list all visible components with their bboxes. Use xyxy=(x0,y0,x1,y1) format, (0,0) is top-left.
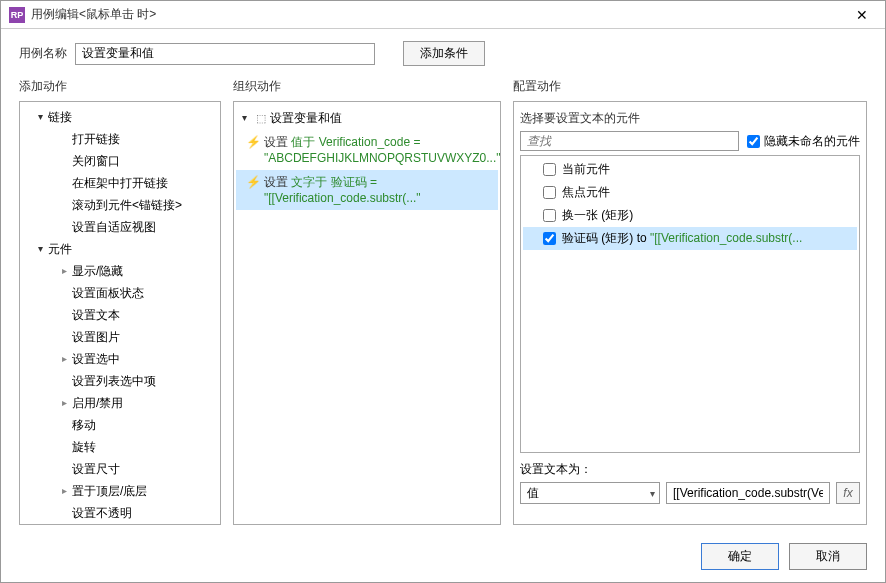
tree-item-label: 设置选中 xyxy=(72,350,120,368)
widget-checkbox[interactable] xyxy=(543,209,556,222)
tree-item-label: 设置图片 xyxy=(72,328,120,346)
tree-group-widgets[interactable]: 元件 xyxy=(22,238,218,260)
tree-arrow-icon xyxy=(62,262,72,280)
tree-item-label: 设置面板状态 xyxy=(72,284,144,302)
widget-list-item[interactable]: 验证码 (矩形) to "[[Verification_code.substr(… xyxy=(523,227,857,250)
widget-list-item[interactable]: 换一张 (矩形) xyxy=(523,204,857,227)
tree-arrow-icon xyxy=(38,108,48,126)
tree-item-link[interactable]: 滚动到元件<锚链接> xyxy=(22,194,218,216)
dropdown-value: 值 xyxy=(527,485,539,502)
add-condition-button[interactable]: 添加条件 xyxy=(403,41,485,66)
tree-item-label: 设置尺寸 xyxy=(72,460,120,478)
hide-unnamed-checkbox[interactable] xyxy=(747,135,760,148)
case-name-label: 用例名称 xyxy=(19,45,67,62)
set-text-label: 设置文本为： xyxy=(520,461,860,478)
tree-item-label: 启用/禁用 xyxy=(72,394,123,412)
set-text-value-input[interactable] xyxy=(666,482,830,504)
tree-item-widget[interactable]: 旋转 xyxy=(22,436,218,458)
case-editor-dialog: RP 用例编辑<鼠标单击 时> ✕ 用例名称 添加条件 添加动作 链接打开链接关… xyxy=(0,0,886,583)
tree-item-label: 在框架中打开链接 xyxy=(72,174,168,192)
hide-unnamed-label[interactable]: 隐藏未命名的元件 xyxy=(764,133,860,150)
ok-button[interactable]: 确定 xyxy=(701,543,779,570)
tree-item-widget[interactable]: 移动 xyxy=(22,414,218,436)
tree-item-label: 显示/隐藏 xyxy=(72,262,123,280)
tree-item-link[interactable]: 打开链接 xyxy=(22,128,218,150)
select-widget-label: 选择要设置文本的元件 xyxy=(520,108,860,131)
bolt-icon: ⚡ xyxy=(246,134,261,150)
tree-item-label: 设置列表选中项 xyxy=(72,372,156,390)
tree-arrow-icon xyxy=(38,240,48,258)
add-action-title: 添加动作 xyxy=(19,78,221,101)
organize-root[interactable]: ⬚设置变量和值 xyxy=(236,106,498,130)
tree-item-link[interactable]: 在框架中打开链接 xyxy=(22,172,218,194)
tree-group-links[interactable]: 链接 xyxy=(22,106,218,128)
widget-label: 换一张 (矩形) xyxy=(562,207,633,224)
widget-checkbox[interactable] xyxy=(543,232,556,245)
widget-search-input[interactable] xyxy=(520,131,739,151)
tree-item-widget[interactable]: 设置面板状态 xyxy=(22,282,218,304)
tree-item-widget[interactable]: 设置不透明 xyxy=(22,502,218,524)
app-icon: RP xyxy=(9,7,25,23)
configure-action-title: 配置动作 xyxy=(513,78,867,101)
tree-item-label: 置于顶层/底层 xyxy=(72,482,147,500)
case-name-input[interactable] xyxy=(75,43,375,65)
case-icon: ⬚ xyxy=(256,110,266,126)
configure-action-column: 配置动作 选择要设置文本的元件 隐藏未命名的元件 当前元件焦点元件换一张 (矩形… xyxy=(513,78,867,525)
set-text-type-dropdown[interactable]: 值 ▾ xyxy=(520,482,660,504)
tree-item-widget[interactable]: 启用/禁用 xyxy=(22,392,218,414)
case-name-row: 用例名称 添加条件 xyxy=(1,29,885,78)
action-tree[interactable]: 链接打开链接关闭窗口在框架中打开链接滚动到元件<锚链接>设置自适应视图元件显示/… xyxy=(19,101,221,525)
tree-item-label: 滚动到元件<锚链接> xyxy=(72,196,182,214)
close-button[interactable]: ✕ xyxy=(847,5,877,25)
widget-list-item[interactable]: 焦点元件 xyxy=(523,181,857,204)
tree-item-label: 设置不透明 xyxy=(72,504,132,522)
tree-item-widget[interactable]: 设置尺寸 xyxy=(22,458,218,480)
cancel-button[interactable]: 取消 xyxy=(789,543,867,570)
main-columns: 添加动作 链接打开链接关闭窗口在框架中打开链接滚动到元件<锚链接>设置自适应视图… xyxy=(1,78,885,535)
tree-item-label: 设置文本 xyxy=(72,306,120,324)
widget-checkbox[interactable] xyxy=(543,186,556,199)
tree-item-widget[interactable]: 置于顶层/底层 xyxy=(22,480,218,502)
organize-action-column: 组织动作 ⬚设置变量和值⚡设置 值于 Verification_code ="A… xyxy=(233,78,501,525)
tree-item-label: 旋转 xyxy=(72,438,96,456)
titlebar: RP 用例编辑<鼠标单击 时> ✕ xyxy=(1,1,885,29)
tree-item-label: 设置自适应视图 xyxy=(72,218,156,236)
tree-item-widget[interactable]: 获取焦点 xyxy=(22,524,218,525)
dialog-footer: 确定 取消 xyxy=(1,535,885,582)
organize-root-label: 设置变量和值 xyxy=(270,110,342,126)
tree-item-widget[interactable]: 设置文本 xyxy=(22,304,218,326)
widget-label: 当前元件 xyxy=(562,161,610,178)
add-action-column: 添加动作 链接打开链接关闭窗口在框架中打开链接滚动到元件<锚链接>设置自适应视图… xyxy=(19,78,221,525)
organize-action-item[interactable]: ⚡设置 文字于 验证码 ="[[Verification_code.substr… xyxy=(236,170,498,210)
tree-item-label: 打开链接 xyxy=(72,130,120,148)
widget-label: 验证码 (矩形) to "[[Verification_code.substr(… xyxy=(562,230,802,247)
widget-checkbox[interactable] xyxy=(543,163,556,176)
organize-panel[interactable]: ⬚设置变量和值⚡设置 值于 Verification_code ="ABCDEF… xyxy=(233,101,501,525)
widget-list-item[interactable]: 当前元件 xyxy=(523,158,857,181)
tree-item-label: 移动 xyxy=(72,416,96,434)
tree-arrow-icon xyxy=(62,350,72,368)
fx-button[interactable]: fx xyxy=(836,482,860,504)
organize-action-title: 组织动作 xyxy=(233,78,501,101)
dialog-title: 用例编辑<鼠标单击 时> xyxy=(31,6,847,23)
tree-item-label: 链接 xyxy=(48,108,72,126)
tree-item-widget[interactable]: 设置列表选中项 xyxy=(22,370,218,392)
tree-item-widget[interactable]: 显示/隐藏 xyxy=(22,260,218,282)
tree-item-widget[interactable]: 设置图片 xyxy=(22,326,218,348)
organize-action-item[interactable]: ⚡设置 值于 Verification_code ="ABCDEFGHIJKLM… xyxy=(236,130,498,170)
tree-item-label: 关闭窗口 xyxy=(72,152,120,170)
configure-panel: 选择要设置文本的元件 隐藏未命名的元件 当前元件焦点元件换一张 (矩形)验证码 … xyxy=(513,101,867,525)
bolt-icon: ⚡ xyxy=(246,174,261,190)
tree-arrow-icon xyxy=(62,482,72,500)
tree-item-link[interactable]: 设置自适应视图 xyxy=(22,216,218,238)
widget-label: 焦点元件 xyxy=(562,184,610,201)
chevron-down-icon: ▾ xyxy=(650,488,655,499)
tree-item-label: 元件 xyxy=(48,240,72,258)
tree-arrow-icon xyxy=(62,394,72,412)
tree-item-link[interactable]: 关闭窗口 xyxy=(22,150,218,172)
widget-list[interactable]: 当前元件焦点元件换一张 (矩形)验证码 (矩形) to "[[Verificat… xyxy=(520,155,860,453)
tree-item-widget[interactable]: 设置选中 xyxy=(22,348,218,370)
tree-arrow-icon xyxy=(242,110,252,126)
